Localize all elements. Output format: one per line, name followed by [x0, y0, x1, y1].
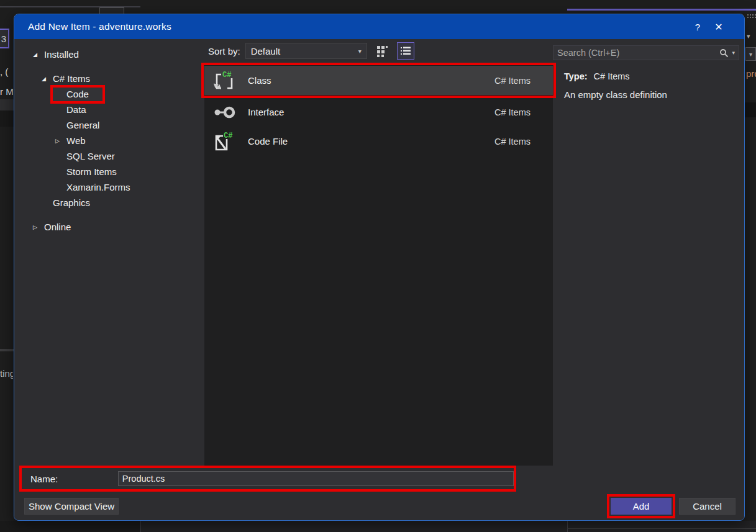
tree-item-installed[interactable]: ◢ Installed	[14, 47, 204, 62]
csharp-interface-icon	[213, 106, 238, 119]
tree-item-storm-items[interactable]: Storm Items	[14, 164, 204, 179]
template-row-code-file[interactable]: C# Code File C# Items	[204, 127, 553, 156]
grid-view-icon	[375, 44, 389, 58]
background-divider	[567, 528, 756, 529]
add-new-item-dialog: Add New Item - adventure.works ? ✕ ◢ Ins…	[14, 14, 745, 521]
name-row: Name:	[14, 466, 744, 492]
tree-item-csharp-items[interactable]: ◢ C# Items	[14, 71, 204, 86]
editor-line-number: 3	[0, 29, 9, 48]
sort-bar: Sort by: Default ▾	[204, 39, 553, 63]
template-name: Class	[248, 75, 271, 86]
template-list: C# Class C# Items	[204, 63, 553, 466]
tree-item-label: Data	[66, 104, 86, 115]
search-box[interactable]: ▾	[553, 45, 739, 60]
background-band	[0, 110, 14, 127]
svg-text:C#: C#	[224, 132, 232, 140]
tree-item-label: General	[66, 120, 99, 130]
template-type-row: Type: C# Items	[564, 71, 739, 81]
template-list-panel: Sort by: Default ▾	[204, 39, 553, 466]
editor-text-fragment: ting	[0, 368, 13, 379]
tree-item-web[interactable]: ▷ Web	[14, 133, 204, 148]
collapse-arrow-icon[interactable]: ▷	[55, 138, 66, 144]
tree-item-label: Xamarin.Forms	[66, 182, 130, 192]
type-label: Type:	[564, 71, 588, 81]
chevron-down-icon: ▾	[749, 51, 752, 58]
background-band	[0, 99, 14, 110]
item-name-input[interactable]	[118, 471, 514, 486]
add-button[interactable]: Add	[611, 498, 672, 515]
background-divider	[0, 349, 14, 351]
background-divider	[567, 521, 568, 532]
editor-text-fragment: r M	[0, 86, 13, 97]
tree-item-xamarin-forms[interactable]: Xamarin.Forms	[14, 179, 204, 195]
collapse-arrow-icon[interactable]: ▷	[33, 224, 44, 230]
background-combobox-fragment: ▾	[745, 47, 756, 61]
name-label: Name:	[30, 474, 118, 484]
editor-text-fragment: pro	[746, 68, 756, 79]
sort-by-value: Default	[251, 46, 281, 56]
tree-item-label: Graphics	[53, 197, 90, 208]
tree-item-label: Storm Items	[66, 166, 117, 177]
background-panel	[140, 521, 756, 532]
help-button[interactable]: ?	[687, 22, 708, 32]
cancel-button[interactable]: Cancel	[679, 498, 736, 515]
type-value: C# Items	[594, 71, 630, 81]
annotation-box-name: Name:	[22, 468, 514, 489]
tree-item-label: C# Items	[53, 73, 90, 84]
dialog-titlebar[interactable]: Add New Item - adventure.works ? ✕	[14, 14, 744, 39]
template-name: Interface	[248, 107, 284, 117]
dialog-buttons-row: Show Compact View Add Cancel	[14, 492, 744, 520]
show-compact-view-button[interactable]: Show Compact View	[24, 498, 119, 515]
background-band	[745, 102, 756, 117]
tree-item-label: Online	[44, 222, 71, 232]
tree-item-label: Code	[66, 89, 89, 99]
expand-arrow-icon[interactable]: ◢	[33, 52, 44, 58]
svg-text:C#: C#	[222, 71, 231, 79]
background-toolbar-accent	[567, 9, 756, 11]
search-input[interactable]	[557, 48, 719, 58]
template-name: Code File	[248, 136, 288, 147]
screen: 3 , ( r M ting ▾ ▾ pro Add New Item - ad…	[0, 0, 756, 532]
tree-item-general[interactable]: General	[14, 117, 204, 133]
tree-item-code[interactable]: Code	[14, 86, 204, 102]
template-row-interface[interactable]: Interface C# Items	[204, 97, 553, 127]
chevron-down-icon[interactable]: ▾	[732, 50, 735, 56]
chevron-down-icon: ▾	[358, 48, 362, 55]
template-category: C# Items	[494, 137, 531, 147]
search-icon[interactable]	[719, 48, 729, 58]
template-category: C# Items	[494, 76, 531, 86]
csharp-class-icon: C#	[213, 70, 238, 91]
dialog-title: Add New Item - adventure.works	[28, 21, 171, 32]
expand-arrow-icon[interactable]: ◢	[42, 76, 53, 82]
tree-item-label: SQL Server	[66, 151, 115, 161]
template-category-tree: ◢ Installed ◢ C# Items Code Data Ge	[14, 39, 204, 466]
details-panel: ▾ Type: C# Items An empty class definiti…	[553, 39, 744, 466]
annotation-box-code: Code	[53, 88, 102, 101]
template-description: An empty class definition	[564, 89, 739, 100]
background-panel	[0, 521, 140, 532]
tree-item-online[interactable]: ▷ Online	[14, 219, 204, 235]
template-row-class[interactable]: C# Class C# Items	[204, 66, 553, 95]
list-view-icon	[399, 44, 412, 58]
list-view-button[interactable]	[397, 42, 414, 60]
tree-item-sql-server[interactable]: SQL Server	[14, 148, 204, 164]
sort-by-label: Sort by:	[208, 46, 240, 56]
tree-item-data[interactable]: Data	[14, 102, 204, 117]
close-button[interactable]: ✕	[708, 21, 729, 33]
tree-item-label: Installed	[44, 49, 79, 60]
csharp-code-file-icon: C#	[213, 131, 238, 152]
tree-item-label: Web	[66, 135, 86, 146]
chevron-down-icon: ▾	[747, 32, 750, 40]
grid-view-button[interactable]	[373, 42, 391, 60]
sort-by-combobox[interactable]: Default ▾	[245, 43, 367, 59]
editor-text-fragment: , (	[0, 66, 12, 77]
grip-dots-icon	[747, 14, 756, 19]
template-category: C# Items	[494, 107, 531, 117]
tree-item-graphics[interactable]: Graphics	[14, 195, 204, 210]
